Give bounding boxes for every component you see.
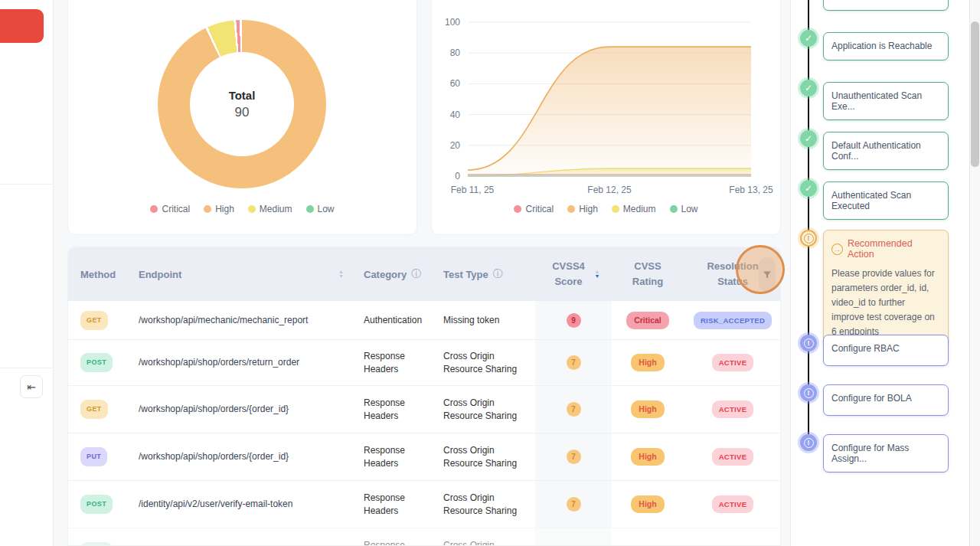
sort-icon[interactable]: ▲▼ (595, 270, 600, 279)
findings-table-card: MethodEndpoint▲▼CategoryⓘTest TypeⓘCVSS4… (67, 247, 781, 546)
donut-legend: CriticalHighMediumLow (68, 204, 416, 214)
sidebar-collapse-button[interactable]: ⇤ (20, 375, 43, 398)
legend-label: Medium (260, 204, 292, 214)
rating-badge: Critical (626, 312, 669, 329)
severity-trend-chart[interactable]: 020406080100Feb 11, 25Feb 12, 25Feb 13, … (432, 0, 782, 197)
legend-dot-low (306, 205, 314, 213)
warning-circle-icon: ! (800, 230, 817, 247)
score-badge: 7 (567, 402, 581, 417)
timeline-step-card[interactable]: Application is Reachable (823, 32, 949, 60)
column-header-method[interactable]: Method (68, 269, 126, 280)
cell-test-type: Cross Origin Resource Sharing (431, 539, 535, 546)
column-header-test-type[interactable]: Test Typeⓘ (431, 267, 535, 281)
timeline-step-card[interactable]: Configure for Mass Assign... (823, 434, 949, 472)
legend-item[interactable]: Low (306, 204, 335, 214)
x-axis-tick: Feb 13, 25 (729, 185, 773, 195)
app-window: ⇤ Total 90 CriticalHighMediumLow 0204060… (0, 0, 980, 546)
timeline-step-card[interactable]: →Recommended ActionPlease provide values… (823, 230, 949, 348)
cell-method: GET (68, 400, 126, 419)
method-badge: POST (80, 495, 113, 514)
timeline-step-card[interactable]: Configure RBAC (823, 335, 949, 366)
table-row[interactable]: GET/workshop/api/shop/orders/{order_id}R… (68, 385, 780, 433)
legend-item[interactable]: High (567, 204, 598, 214)
score-badge: 7 (567, 497, 581, 512)
column-header-endpoint[interactable]: Endpoint▲▼ (126, 269, 351, 280)
cell-test-type: Cross Origin Resource Sharing (431, 397, 535, 423)
timeline-step-card[interactable]: Configure for BOLA (823, 384, 949, 416)
table-row[interactable]: PUT/workshop/api/shop/orders/{order_id}R… (68, 433, 780, 480)
cell-cvss-rating: High (612, 448, 684, 466)
legend-label: High (215, 204, 234, 214)
table-row[interactable]: GET/workshop/api/mechanic/mechanic_repor… (68, 301, 780, 339)
column-header-category[interactable]: Categoryⓘ (351, 267, 431, 281)
y-axis-tick: 100 (445, 17, 460, 28)
y-axis-tick: 20 (450, 140, 461, 151)
timeline-step-label: Configure for Mass Assign... (831, 443, 909, 464)
timeline-step-card[interactable]: Unauthenticated Scan Exe... (823, 82, 949, 120)
timeline-step-card[interactable]: Default Authentication Conf... (823, 132, 949, 170)
scan-timeline-panel: ✓Application is Reachable✓Unauthenticate… (790, 0, 969, 546)
cell-endpoint: /workshop/api/shop/orders/{order_id} (126, 403, 351, 416)
y-axis-tick: 0 (455, 171, 460, 181)
rating-badge: High (631, 401, 664, 418)
donut-total-label: Total (229, 89, 256, 102)
cell-method: POST (68, 542, 126, 546)
y-axis-tick: 80 (450, 47, 461, 58)
legend-label: Medium (623, 204, 656, 214)
legend-dot-medium (248, 205, 256, 213)
timeline-step-card[interactable]: Authenticated Scan Executed (823, 181, 949, 220)
y-axis-tick: 60 (450, 78, 461, 89)
donut-total-value: 90 (235, 105, 250, 120)
column-header-cvss-rating[interactable]: CVSS Rating (612, 259, 684, 289)
sidebar-divider (0, 368, 54, 368)
exclamation-icon: ! (804, 338, 814, 348)
timeline-line (808, 0, 809, 443)
legend-item[interactable]: Low (670, 204, 698, 214)
table-row[interactable]: POSTResponse HeadersCross Origin Resourc… (68, 528, 780, 546)
legend-item[interactable]: Critical (514, 204, 554, 214)
legend-item[interactable]: Medium (612, 204, 656, 214)
recommended-action-body: Please provide values for parameters ord… (831, 266, 940, 339)
timeline-step-label: Authenticated Scan Executed (831, 190, 911, 211)
legend-item[interactable]: High (204, 204, 234, 214)
info-icon[interactable]: ⓘ (411, 267, 421, 281)
column-label: CVSS4 Score (547, 259, 590, 289)
cell-cvss4-score: 7 (535, 481, 612, 528)
legend-label: Critical (162, 204, 190, 214)
sort-icon[interactable]: ▲▼ (338, 270, 344, 279)
cell-category: Response Headers (351, 397, 431, 423)
legend-label: Critical (525, 204, 554, 214)
status-badge: ACTIVE (712, 448, 754, 466)
check-circle-icon: ✓ (800, 30, 817, 47)
timeline-step-label: Configure for BOLA (831, 393, 912, 404)
cell-method: GET (68, 311, 126, 330)
legend-item[interactable]: Medium (248, 204, 292, 214)
cell-cvss4-score: 7 (535, 386, 612, 433)
method-badge: GET (80, 400, 108, 419)
trend-legend: CriticalHighMediumLow (432, 204, 780, 214)
cell-category: Response Headers (351, 444, 431, 470)
timeline-step-card[interactable] (823, 0, 949, 11)
table-row[interactable]: POST/identity/api/v2/user/verify-email-t… (68, 480, 780, 528)
x-axis-tick: Feb 12, 25 (587, 185, 632, 195)
exclamation-icon: ! (804, 234, 814, 244)
collapse-left-icon: ⇤ (27, 381, 36, 393)
status-badge: ACTIVE (712, 495, 754, 513)
table-row[interactable]: POST/workshop/api/shop/orders/return_ord… (68, 339, 780, 385)
logo-button[interactable] (0, 9, 44, 43)
column-header-cvss4-score[interactable]: CVSS4 Score▲▼ (535, 259, 612, 289)
cell-cvss-rating: High (612, 354, 684, 371)
legend-item[interactable]: Critical (150, 204, 190, 214)
x-axis-tick: Feb 11, 25 (451, 185, 495, 195)
page-scrollbar-thumb[interactable] (971, 21, 979, 167)
timeline-step-label: Default Authentication Conf... (831, 140, 921, 162)
legend-dot-medium (612, 205, 619, 213)
cell-test-type: Cross Origin Resource Sharing (431, 492, 535, 518)
cell-test-type: Cross Origin Resource Sharing (431, 444, 535, 470)
legend-dot-critical (514, 205, 521, 213)
y-axis-tick: 40 (450, 110, 461, 120)
cell-cvss4-score: 9 (535, 301, 612, 339)
info-icon[interactable]: ⓘ (493, 267, 503, 281)
sort-down-caret: ▼ (338, 274, 344, 279)
exclamation-icon: ! (804, 438, 814, 448)
